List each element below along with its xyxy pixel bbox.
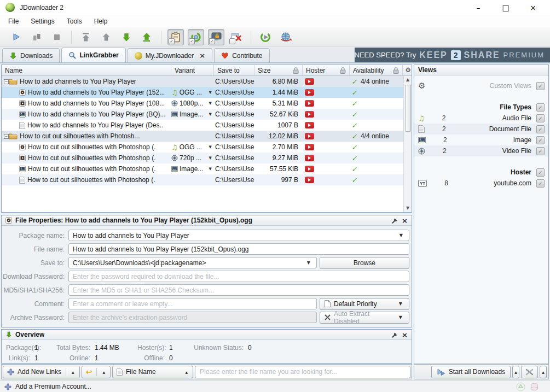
tools-options-arrow[interactable]: ▲ (540, 366, 547, 378)
link-row[interactable]: How to add channels to You Play Player (… (2, 120, 412, 131)
move-down-button[interactable] (118, 29, 135, 45)
hoster-checkbox[interactable]: ✓ (536, 168, 545, 177)
scroll-up-icon[interactable]: ▲ (406, 76, 409, 84)
minimize-button[interactable]: – (472, 3, 484, 12)
refresh-links-button[interactable] (257, 29, 274, 45)
database-status-icon[interactable] (530, 382, 539, 391)
panel-settings-wrench-icon[interactable] (392, 332, 398, 338)
move-up-button[interactable] (98, 29, 114, 45)
package-name-combo[interactable]: How to add channels to You Play Player▼ (68, 230, 409, 241)
add-premium-account-link[interactable]: Add a Premium Account... (15, 383, 91, 390)
menu-help[interactable]: Help (88, 16, 114, 27)
variant-selector[interactable]: Image...▼ (171, 163, 214, 174)
move-to-bottom-button[interactable] (138, 29, 155, 45)
tab-contribute[interactable]: Contribute (214, 48, 269, 62)
link-row[interactable]: How to add channels to You Play Player (… (2, 98, 412, 109)
views-filter-youtube-com[interactable]: YT8youtube.com✓ (414, 178, 548, 189)
priority-dropdown[interactable]: Default Priority ▼ (320, 298, 409, 310)
premium-ad-banner[interactable]: NEED SPEED? Try KEEP 2 SHARE PREMIUM (355, 48, 550, 62)
youtube-com-checkbox[interactable]: ✓ (536, 179, 545, 188)
close-window-toggle[interactable] (228, 29, 245, 45)
variant-selector[interactable]: 1080p...▼ (171, 98, 214, 109)
variant-selector[interactable]: ♫OGG ...▼ (171, 87, 214, 98)
panel-settings-wrench-icon[interactable] (392, 218, 398, 224)
move-to-top-button[interactable] (78, 29, 94, 45)
panel-close-icon[interactable]: × (402, 217, 408, 225)
tab-downloads[interactable]: Downloads (2, 48, 60, 62)
clipboard-observer-toggle[interactable]: ✓ (167, 29, 184, 45)
link-row[interactable]: How to cut out silhouettes with Photosho… (2, 142, 412, 153)
menu-tools[interactable]: Tools (61, 16, 88, 27)
variant-selector[interactable]: 720p ...▼ (171, 153, 214, 163)
comment-input[interactable] (68, 298, 317, 309)
search-input[interactable] (195, 366, 410, 378)
link-row[interactable]: How to cut out silhouettes with Photosho… (2, 174, 412, 185)
views-filter-video-file[interactable]: 2Video File✓ (414, 145, 548, 156)
column-header-save-to[interactable]: Save to (214, 65, 254, 75)
checksum-input[interactable] (68, 284, 409, 296)
browse-button[interactable]: Browse (320, 257, 409, 269)
premium-lock-toggle[interactable]: ✓ (208, 29, 224, 45)
column-header-availability[interactable]: Availability (350, 65, 403, 75)
stop-downloads-button[interactable] (49, 29, 65, 45)
toggle-checkbox[interactable]: ✓ (169, 38, 175, 44)
link-row[interactable]: How to add channels to You Play Player (… (2, 87, 412, 98)
tab-my-jdownloader[interactable]: My.JDownloader× (128, 48, 212, 62)
file-types-checkbox[interactable]: ✓ (536, 103, 545, 112)
views-filter-image[interactable]: 2Image✓ (414, 134, 548, 145)
custom-views-row[interactable]: ⚙Custom Views✓ (414, 80, 548, 91)
reconnect-button[interactable] (277, 29, 294, 45)
views-filter-audio-file[interactable]: ♫2Audio File✓ (414, 113, 548, 124)
column-header-size[interactable]: Size (254, 65, 303, 75)
maximize-button[interactable]: □ (500, 3, 512, 12)
collapse-toggle-icon[interactable]: − (4, 134, 9, 139)
variant-selector[interactable]: ♫OGG ...▼ (171, 142, 214, 153)
views-filter-document-file[interactable]: 2Document File✓ (414, 124, 548, 134)
link-row[interactable]: How to add channels to You Play Player (… (2, 109, 412, 120)
package-row[interactable]: −How to cut out silhouettes with Photosh… (2, 131, 412, 142)
settings-tools-button[interactable] (521, 366, 538, 378)
package-row[interactable]: −How to add channels to You Play PlayerC… (2, 76, 412, 87)
menu-settings[interactable]: Settings (25, 16, 60, 27)
download-password-input[interactable] (68, 271, 409, 282)
audio-file-checkbox[interactable]: ✓ (536, 114, 545, 122)
scrollbar-thumb[interactable] (405, 85, 411, 132)
scroll-down-icon[interactable]: ▼ (406, 204, 409, 212)
save-to-combo[interactable]: C:\Users\User\Downloads\<jd:packagename>… (68, 257, 317, 268)
tab-close-icon[interactable]: × (199, 51, 205, 60)
column-header-hoster[interactable]: Hoster (303, 65, 350, 75)
image-checkbox[interactable]: ✓ (536, 136, 545, 144)
undo-button[interactable]: ↩ ▲ (82, 366, 111, 378)
table-settings-gear-icon[interactable]: ⚙ (405, 66, 411, 74)
pause-downloads-button[interactable] (28, 29, 45, 45)
start-options-arrow[interactable]: ▲ (512, 366, 519, 378)
file-name-input[interactable] (68, 243, 409, 255)
variant-selector[interactable]: Image...▼ (171, 109, 214, 120)
split-arrow-icon[interactable]: ▲ (71, 370, 76, 374)
column-header-name[interactable]: Name (2, 65, 171, 75)
search-category-button[interactable]: File Name ▲ (112, 366, 193, 378)
video-file-checkbox[interactable]: ✓ (536, 147, 545, 155)
auto-extract-dropdown[interactable]: Auto Extract Disabled ▼ (320, 312, 409, 324)
start-downloads-button[interactable] (8, 29, 25, 45)
tab-linkgrabber[interactable]: LinkGrabber (61, 48, 125, 62)
menu-file[interactable]: File (2, 16, 25, 27)
table-vertical-scrollbar[interactable]: ▲ ▼ (403, 76, 412, 212)
split-arrow-icon[interactable]: ▲ (101, 370, 106, 374)
document-file-checkbox[interactable]: ✓ (536, 125, 545, 133)
collapse-toggle-icon[interactable]: − (4, 79, 9, 84)
start-all-downloads-button[interactable]: Start all Downloads (431, 366, 511, 378)
archive-password-input[interactable] (68, 312, 317, 323)
recycle-status-icon[interactable] (516, 382, 525, 391)
split-arrow-icon[interactable]: ▲ (184, 370, 189, 374)
auto-linkgrabber-toggle[interactable]: ✓ (188, 29, 204, 45)
custom-views-checkbox[interactable]: ✓ (536, 82, 545, 90)
toggle-checkbox[interactable]: ✓ (209, 38, 215, 44)
close-button[interactable]: × (527, 3, 539, 12)
panel-close-icon[interactable]: × (402, 331, 408, 339)
column-header-variant[interactable]: Variant (171, 65, 214, 75)
link-row[interactable]: How to cut out silhouettes with Photosho… (2, 163, 412, 174)
toggle-checkbox[interactable]: ✓ (189, 38, 195, 44)
toggle-checkbox[interactable] (229, 38, 235, 44)
add-new-links-button[interactable]: Add New Links ▲ (3, 366, 80, 378)
